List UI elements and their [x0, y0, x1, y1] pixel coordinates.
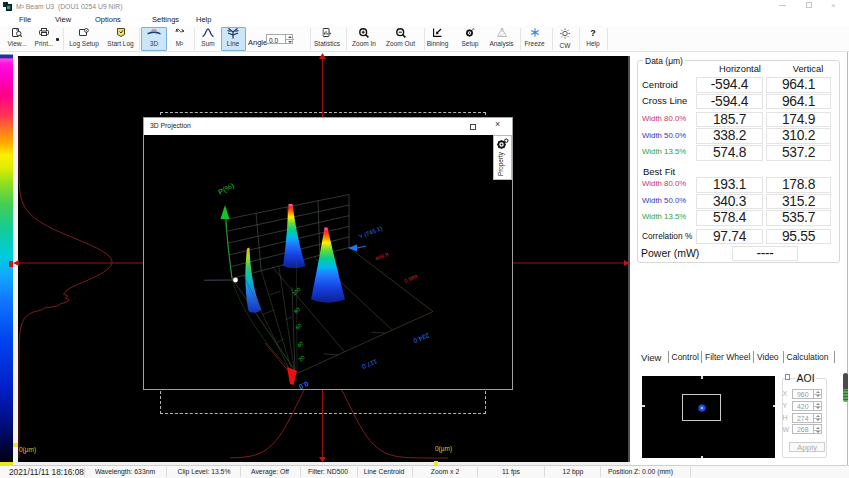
svg-text:0.988: 0.988 — [403, 273, 418, 284]
svg-text:0.0: 0.0 — [298, 380, 310, 390]
svg-text:60: 60 — [294, 322, 303, 331]
svg-text:20: 20 — [297, 354, 306, 363]
svg-text:488.8: 488.8 — [374, 251, 389, 262]
svg-text:100: 100 — [291, 286, 302, 297]
svg-text:P(%): P(%) — [217, 180, 236, 196]
svg-text:Y (745.1): Y (745.1) — [358, 225, 383, 240]
svg-text:117.0: 117.0 — [361, 358, 379, 371]
svg-text:80: 80 — [293, 306, 302, 315]
svg-text:234.0: 234.0 — [412, 332, 430, 345]
